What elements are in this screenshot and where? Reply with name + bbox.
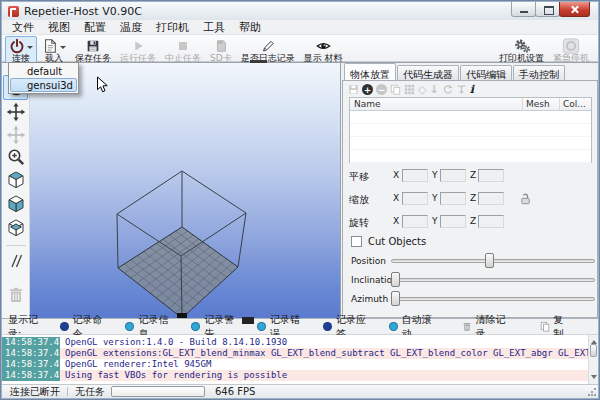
scale-x-input[interactable] xyxy=(402,192,428,205)
log-line: 14:58:37.415 OpenGL extensions:GL_EXT_bl… xyxy=(2,348,598,359)
app-icon xyxy=(8,6,19,17)
translate-z-input[interactable] xyxy=(478,169,504,182)
dropdown-item-default[interactable]: default xyxy=(10,64,77,78)
mouse-cursor xyxy=(96,76,110,98)
azimuth-slider-thumb[interactable] xyxy=(391,291,400,306)
axis-x-label: X xyxy=(393,216,399,226)
menu-item-printer[interactable]: 打印机 xyxy=(149,20,196,35)
cut-objects-checkbox[interactable] xyxy=(351,236,362,247)
close-button[interactable] xyxy=(559,2,590,17)
parallel-projection-button[interactable] xyxy=(6,251,26,271)
log-scrollbar[interactable] xyxy=(588,335,598,384)
translate-y-input[interactable] xyxy=(440,169,466,182)
azimuth-slider-row: Azimuth xyxy=(351,291,595,307)
drop-object-button: ↓ xyxy=(429,84,438,95)
splitter-grip-top[interactable] xyxy=(250,60,267,63)
translate-label: 平移 xyxy=(349,170,369,184)
pencil-icon xyxy=(260,38,276,54)
menu-item-help[interactable]: 帮助 xyxy=(232,20,268,35)
front-view-button[interactable] xyxy=(6,194,26,214)
scroll-up-icon[interactable] xyxy=(591,337,597,344)
axis-z-label: Z xyxy=(470,170,476,180)
tab-object-placement[interactable]: 物体放置 xyxy=(344,63,396,80)
azimuth-slider-track[interactable] xyxy=(391,297,595,301)
rotate-y-input[interactable] xyxy=(440,215,466,228)
unlock-scale-icon[interactable] xyxy=(519,192,532,205)
top-cube-icon xyxy=(6,218,26,238)
rotate-z-input[interactable] xyxy=(478,215,504,228)
axis-z-label: Z xyxy=(470,193,476,203)
object-toolbar: + − ◇ ↓ i xyxy=(348,83,474,96)
object-list-table[interactable]: Name Mesh Col... xyxy=(349,97,592,163)
menu-item-config[interactable]: 配置 xyxy=(77,20,113,35)
add-object-button[interactable]: + xyxy=(362,84,373,95)
column-mesh: Mesh xyxy=(522,98,559,110)
axis-y-label: Y xyxy=(432,170,438,180)
sd-card-button: SD卡 xyxy=(206,36,236,64)
tab-gcode-editor[interactable]: 代码编辑 xyxy=(460,65,512,80)
menu-item-temperature[interactable]: 温度 xyxy=(113,20,149,35)
eye-icon xyxy=(315,38,332,54)
log-toolbar: 显示记录: 记录命令 记录信息 记录警告 记录错误 记录应答 自动滚动 xyxy=(2,318,598,335)
menu-bar: 文件 视图 配置 温度 打印机 工具 帮助 xyxy=(2,20,598,35)
scale-y-input[interactable] xyxy=(440,192,466,205)
scale-z-input[interactable] xyxy=(478,192,504,205)
top-view-button[interactable] xyxy=(6,218,26,238)
printer-settings-button[interactable]: 打印机设置 xyxy=(495,36,548,64)
move-view-button[interactable] xyxy=(6,102,26,122)
toggle-log-button[interactable]: 是否日志记录 xyxy=(237,36,299,64)
position-slider-thumb[interactable] xyxy=(485,253,494,268)
minimize-button[interactable] xyxy=(511,2,536,17)
connect-dropdown-caret xyxy=(27,46,33,52)
log-output[interactable]: 14:58:37.415 OpenGL version:1.4.0 - Buil… xyxy=(2,335,598,384)
dropdown-item-gensui3d[interactable]: gensui3d xyxy=(10,78,77,92)
scrollbar-thumb[interactable] xyxy=(590,344,597,357)
menu-item-file[interactable]: 文件 xyxy=(5,20,41,35)
log-commands-indicator-icon xyxy=(60,322,69,331)
fps-counter: 646 FPS xyxy=(215,386,255,397)
log-warnings-indicator-icon xyxy=(191,322,200,331)
inclination-slider-track[interactable] xyxy=(391,278,595,282)
status-separator xyxy=(67,387,68,396)
splitter-grip-bottom[interactable] xyxy=(242,317,254,324)
azimuth-label: Azimuth xyxy=(351,294,388,304)
show-filament-button[interactable]: 显示 材料 xyxy=(300,36,347,64)
translate-x-input[interactable] xyxy=(402,169,428,182)
reset-object-button xyxy=(442,84,453,95)
scale-row: 缩放 X Y Z xyxy=(349,192,593,206)
object-info-button[interactable]: i xyxy=(470,84,474,95)
tab-manual-control[interactable]: 手动控制 xyxy=(513,65,565,80)
window-controls xyxy=(512,2,590,17)
axis-y-label: Y xyxy=(432,193,438,203)
rotate-label: 旋转 xyxy=(349,216,369,230)
log-message: OpenGL version:1.4.0 - Build 8.14.10.193… xyxy=(60,337,598,348)
log-timestamp: 14:58:37.415 xyxy=(2,370,60,381)
zoom-view-button[interactable] xyxy=(6,147,26,167)
scroll-down-icon[interactable] xyxy=(591,375,597,382)
log-timestamp: 14:58:37.415 xyxy=(2,348,60,359)
task-progressbar xyxy=(111,386,205,397)
front-cube-icon xyxy=(6,194,26,214)
load-button[interactable]: 载入 xyxy=(38,36,70,64)
maximize-button[interactable] xyxy=(535,2,560,17)
column-collision: Col... xyxy=(559,98,591,110)
menu-item-tools[interactable]: 工具 xyxy=(196,20,232,35)
save-job-button[interactable]: 保存任务 xyxy=(71,36,115,64)
copy-object-button xyxy=(390,84,401,95)
inclination-slider-thumb[interactable] xyxy=(391,272,400,287)
print-volume-scene xyxy=(30,63,340,319)
menu-item-view[interactable]: 视图 xyxy=(41,20,77,35)
isometric-cube-icon xyxy=(6,170,26,190)
rotate-x-input[interactable] xyxy=(402,215,428,228)
title-bar[interactable]: Repetier-Host V0.90C xyxy=(2,2,598,20)
task-status: 无任务 xyxy=(75,385,105,399)
resize-grip[interactable] xyxy=(587,387,597,397)
log-line: 14:58:37.415 OpenGL renderer:Intel 945GM xyxy=(2,359,598,370)
log-errors-indicator-icon xyxy=(257,322,266,331)
autoscroll-indicator-icon xyxy=(389,322,398,331)
connect-button[interactable]: 连接 xyxy=(5,36,37,64)
isometric-view-button[interactable] xyxy=(6,170,26,190)
tab-gcode-generator[interactable]: 代码生成器 xyxy=(397,65,459,80)
viewport-3d[interactable] xyxy=(30,62,340,318)
power-icon xyxy=(9,38,25,54)
